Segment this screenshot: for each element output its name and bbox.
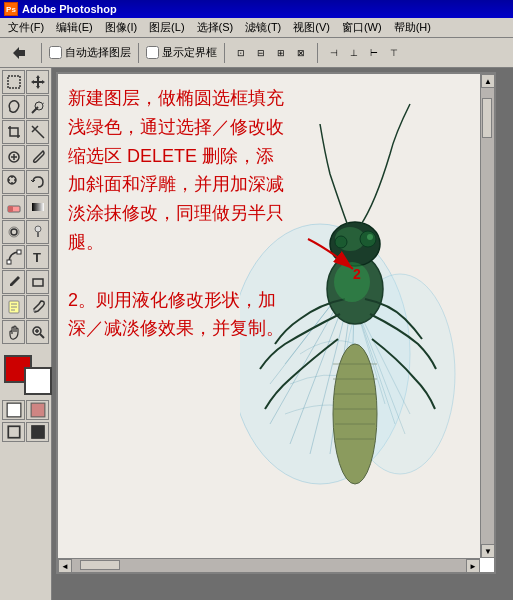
auto-select-layer-label[interactable]: 自动选择图层 xyxy=(49,45,131,60)
color-swatches xyxy=(4,355,52,395)
transform-btn-4[interactable]: ⊠ xyxy=(292,42,310,64)
menu-layer[interactable]: 图层(L) xyxy=(143,18,190,37)
tool-row-11 xyxy=(2,320,49,344)
slice-tool[interactable] xyxy=(26,120,49,144)
menu-select[interactable]: 选择(S) xyxy=(191,18,240,37)
menu-filter[interactable]: 滤镜(T) xyxy=(239,18,287,37)
svg-rect-15 xyxy=(8,206,13,212)
blur-tool[interactable] xyxy=(2,220,25,244)
text-tool[interactable]: T xyxy=(26,245,49,269)
align-btn-1[interactable]: ⊣ xyxy=(325,42,343,64)
canvas-content[interactable]: 新建图层，做椭圆选框填充浅绿色，通过选择／修改收缩选区 DELETE 删除，添加… xyxy=(58,74,480,558)
svg-line-30 xyxy=(40,334,44,338)
instruction-line-1: 新建图层，做椭圆选框填充浅绿色，通过选择／修改收缩选区 DELETE 删除，添加… xyxy=(68,84,288,257)
lasso-tool[interactable] xyxy=(2,95,25,119)
transform-btn-2[interactable]: ⊟ xyxy=(252,42,270,64)
transform-controls: ⊡ ⊟ ⊞ ⊠ xyxy=(232,42,310,64)
svg-rect-36 xyxy=(31,425,45,439)
app-title: Adobe Photoshop xyxy=(22,3,117,15)
toolbar-sep-1 xyxy=(41,43,42,63)
tool-row-5 xyxy=(2,170,49,194)
svg-point-3 xyxy=(35,102,43,110)
zoom-tool[interactable] xyxy=(26,320,49,344)
brush-tool[interactable] xyxy=(26,145,49,169)
svg-rect-20 xyxy=(37,232,39,237)
tool-row-2 xyxy=(2,95,49,119)
show-bounds-checkbox[interactable] xyxy=(146,46,159,59)
canvas-container: 新建图层，做椭圆选框填充浅绿色，通过选择／修改收缩选区 DELETE 删除，添加… xyxy=(52,68,513,600)
svg-rect-21 xyxy=(17,250,21,254)
toolbar-sep-3 xyxy=(224,43,225,63)
align-btn-4[interactable]: ⊤ xyxy=(385,42,403,64)
menu-image[interactable]: 图像(I) xyxy=(99,18,143,37)
gradient-tool[interactable] xyxy=(26,195,49,219)
auto-select-checkbox[interactable] xyxy=(49,46,62,59)
crop-tool[interactable] xyxy=(2,120,25,144)
svg-rect-1 xyxy=(8,76,20,88)
instruction-line-2: 2。则用液化修改形状，加深／减淡修效果，并复制。 xyxy=(68,286,288,344)
scroll-left-btn[interactable]: ◄ xyxy=(58,559,72,573)
menu-view[interactable]: 视图(V) xyxy=(287,18,336,37)
transform-btn-1[interactable]: ⊡ xyxy=(232,42,250,64)
menu-bar: 文件(F) 编辑(E) 图像(I) 图层(L) 选择(S) 滤镜(T) 视图(V… xyxy=(0,18,513,38)
toolbar-sep-4 xyxy=(317,43,318,63)
scroll-right-btn[interactable]: ► xyxy=(466,559,480,573)
menu-help[interactable]: 帮助(H) xyxy=(388,18,437,37)
shape-tool[interactable] xyxy=(26,270,49,294)
vertical-scrollbar[interactable]: ▲ ▼ xyxy=(480,74,494,558)
hand-tool[interactable] xyxy=(2,320,25,344)
svg-point-39 xyxy=(333,344,377,484)
arrow-annotation: 2 xyxy=(298,229,378,291)
scroll-thumb-h[interactable] xyxy=(80,560,120,570)
svg-rect-16 xyxy=(32,203,44,211)
screen-mode-standard[interactable] xyxy=(2,422,25,442)
scroll-down-btn[interactable]: ▼ xyxy=(481,544,495,558)
standard-mode[interactable] xyxy=(2,400,25,420)
heal-tool[interactable] xyxy=(2,145,25,169)
menu-edit[interactable]: 编辑(E) xyxy=(50,18,99,37)
history-brush-tool[interactable] xyxy=(26,170,49,194)
eraser-tool[interactable] xyxy=(2,195,25,219)
canvas-window: 新建图层，做椭圆选框填充浅绿色，通过选择／修改收缩选区 DELETE 删除，添加… xyxy=(56,72,496,574)
dodge-tool[interactable] xyxy=(26,220,49,244)
screen-mode-full[interactable] xyxy=(26,422,49,442)
menu-file[interactable]: 文件(F) xyxy=(2,18,50,37)
transform-btn-3[interactable]: ⊞ xyxy=(272,42,290,64)
notes-tool[interactable] xyxy=(2,295,25,319)
svg-marker-0 xyxy=(13,47,25,59)
tools-panel: T xyxy=(0,68,52,600)
tool-row-7 xyxy=(2,220,49,244)
align-btn-3[interactable]: ⊢ xyxy=(365,42,383,64)
align-controls: ⊣ ⊥ ⊢ ⊤ xyxy=(325,42,403,64)
pen-tool[interactable] xyxy=(2,270,25,294)
app-icon: Ps xyxy=(4,2,18,16)
marquee-tool[interactable] xyxy=(2,70,25,94)
instruction-text: 新建图层，做椭圆选框填充浅绿色，通过选择／修改收缩选区 DELETE 删除，添加… xyxy=(68,84,288,343)
tool-row-1 xyxy=(2,70,49,94)
tool-row-8: T xyxy=(2,245,49,269)
scroll-track-v xyxy=(481,88,494,544)
path-tool[interactable] xyxy=(2,245,25,269)
eyedropper-tool[interactable] xyxy=(26,295,49,319)
svg-text:2: 2 xyxy=(353,266,361,282)
menu-window[interactable]: 窗口(W) xyxy=(336,18,388,37)
magic-wand-tool[interactable] xyxy=(26,95,49,119)
move-tool[interactable] xyxy=(26,70,49,94)
scroll-up-btn[interactable]: ▲ xyxy=(481,74,495,88)
svg-rect-34 xyxy=(31,403,45,417)
scroll-thumb-v[interactable] xyxy=(482,98,492,138)
align-btn-2[interactable]: ⊥ xyxy=(345,42,363,64)
tool-row-quickmask xyxy=(2,400,49,420)
svg-point-18 xyxy=(11,229,17,235)
clone-tool[interactable] xyxy=(2,170,25,194)
move-tool-icon[interactable] xyxy=(4,42,34,64)
horizontal-scrollbar[interactable]: ◄ ► xyxy=(58,558,480,572)
svg-rect-33 xyxy=(7,403,21,417)
svg-rect-24 xyxy=(33,279,43,286)
tool-row-9 xyxy=(2,270,49,294)
main-area: T xyxy=(0,68,513,600)
quickmask-mode[interactable] xyxy=(26,400,49,420)
background-color[interactable] xyxy=(24,367,52,395)
svg-point-19 xyxy=(35,226,41,232)
show-bounds-label[interactable]: 显示定界框 xyxy=(146,45,217,60)
